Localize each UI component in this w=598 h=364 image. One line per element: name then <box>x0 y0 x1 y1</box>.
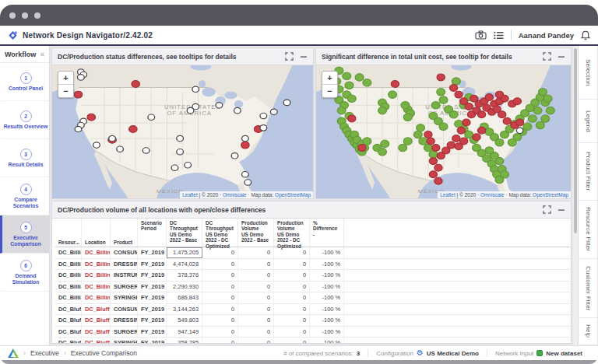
location-marker-red[interactable] <box>450 85 458 92</box>
location-marker-green[interactable] <box>343 72 351 79</box>
location-marker-red[interactable] <box>457 127 465 134</box>
location-marker-red[interactable] <box>74 91 82 98</box>
zoom-in-button[interactable]: + <box>58 72 73 85</box>
configuration-field[interactable]: Configuration ⚙ US Medical Demo <box>368 349 487 357</box>
location-marker-green[interactable] <box>429 151 438 158</box>
location-marker-green[interactable] <box>431 102 440 109</box>
location-marker-red[interactable] <box>129 126 137 133</box>
location-marker-open[interactable] <box>109 135 116 141</box>
location-marker-open[interactable] <box>231 153 238 159</box>
breadcrumb-executive[interactable]: Executive <box>30 349 59 357</box>
location-marker-green[interactable] <box>439 96 448 103</box>
location-marker-open[interactable] <box>192 103 199 109</box>
location-marker-green[interactable] <box>543 95 552 102</box>
expand-icon[interactable] <box>285 52 294 61</box>
table-row[interactable]: DC_Bluff_...DC_Bluff_...SYRINGESFY_20193… <box>55 338 571 343</box>
location-marker-open[interactable] <box>177 135 184 141</box>
location-marker-open[interactable] <box>148 114 155 120</box>
network-input-field[interactable]: Network Input New dataset <box>487 350 590 357</box>
configuration-value[interactable]: US Medical Demo <box>427 350 479 357</box>
location-marker-open[interactable] <box>142 148 150 153</box>
location-marker-red[interactable] <box>485 94 493 101</box>
location-marker-green[interactable] <box>378 148 387 155</box>
location-marker-red[interactable] <box>477 111 485 118</box>
location-marker-green[interactable] <box>539 88 547 95</box>
location-marker-red[interactable] <box>477 127 485 134</box>
location-marker-green[interactable] <box>449 111 458 118</box>
location-marker-red[interactable] <box>473 134 480 141</box>
location-marker-green[interactable] <box>452 78 460 85</box>
column-header-[interactable]: % Difference- <box>310 219 344 247</box>
location-marker-red[interactable] <box>432 145 440 152</box>
minimize-icon[interactable] <box>300 53 308 61</box>
breadcrumb-executive-comparison[interactable]: Executive Comparison <box>71 349 137 357</box>
table-row[interactable]: DC_Bluff_...DC_Bluff_...SURGERYFY_201994… <box>55 327 571 338</box>
location-marker-open[interactable] <box>75 126 82 131</box>
zoom-out-button[interactable]: − <box>322 85 337 97</box>
location-marker-open[interactable] <box>171 165 178 170</box>
sidebar-item-results-overview[interactable]: 2Results Overview <box>0 101 49 139</box>
location-marker-green[interactable] <box>508 138 516 145</box>
location-marker-red[interactable] <box>434 164 442 171</box>
location-marker-green[interactable] <box>363 79 371 86</box>
location-marker-green[interactable] <box>419 138 427 145</box>
location-marker-red[interactable] <box>348 115 356 122</box>
location-marker-open[interactable] <box>270 109 277 114</box>
location-marker-red[interactable] <box>452 135 460 142</box>
location-marker-red[interactable] <box>427 138 434 145</box>
expand-icon[interactable] <box>543 205 551 214</box>
column-header-us-demo-2022-base[interactable]: Production VolumeUS Demo 2022 - Base <box>238 219 274 247</box>
location-marker-open[interactable] <box>185 163 192 168</box>
location-marker-green[interactable] <box>403 138 412 145</box>
window-dot-2[interactable] <box>22 12 28 19</box>
location-marker-open[interactable] <box>234 107 241 113</box>
location-marker-green[interactable] <box>401 102 410 109</box>
collapse-sidebar-icon[interactable]: « <box>40 50 44 58</box>
minimize-icon[interactable] <box>558 53 565 61</box>
gear-icon[interactable]: ⚙ <box>417 349 424 357</box>
sidebar-item-control-panel[interactable]: 1Control Panel <box>0 63 49 101</box>
tab-legend[interactable]: Legend <box>579 100 597 142</box>
zoom-out-button[interactable]: − <box>58 85 73 97</box>
map-canvas-unit-cost[interactable]: UNITED STATES OF AMERICA MÉXICO + − Leaf… <box>316 65 571 198</box>
location-marker-open[interactable] <box>93 142 100 148</box>
column-header-location[interactable]: Location <box>82 219 111 247</box>
sidebar-item-result-details[interactable]: 3Result Details <box>0 139 49 177</box>
location-marker-red[interactable] <box>465 103 473 110</box>
location-marker-red[interactable] <box>358 145 366 152</box>
zoom-in-button[interactable]: + <box>322 72 337 85</box>
location-marker-open[interactable] <box>117 146 124 152</box>
location-marker-red[interactable] <box>437 74 445 81</box>
location-marker-green[interactable] <box>403 114 412 121</box>
location-marker-green[interactable] <box>501 171 509 178</box>
location-marker-green[interactable] <box>355 74 364 81</box>
table-row[interactable]: DC_Bluff_...DC_Bluff_...CONSUM...FY_2019… <box>55 304 571 316</box>
column-header-period[interactable]: ScenarioPeriod <box>138 219 167 247</box>
location-marker-green[interactable] <box>337 107 346 114</box>
expand-icon[interactable] <box>543 52 551 61</box>
location-marker-green[interactable] <box>378 107 387 114</box>
location-marker-red[interactable] <box>429 171 437 178</box>
sidebar-item-compare-scenarios[interactable]: 4Compare Scenarios <box>0 177 49 215</box>
location-marker-red[interactable] <box>132 81 139 88</box>
table-row[interactable]: DC_Billing...DC_Billing...SYRINGESFY_201… <box>55 292 571 304</box>
location-marker-red[interactable] <box>460 138 468 145</box>
minimize-icon[interactable] <box>558 206 565 214</box>
sidebar-item-executive-comparison[interactable]: 5Executive Comparison <box>0 215 49 254</box>
tab-resource-filter[interactable]: Resource Filter <box>579 201 597 260</box>
map-canvas-status[interactable]: UNITED STATES OF AMERICA MÉXICO + − Leaf… <box>52 65 313 198</box>
table-row[interactable]: DC_Billing...DC_Billing...CONSUM...FY_20… <box>55 247 571 259</box>
location-marker-open[interactable] <box>242 172 249 177</box>
table-row[interactable]: DC_Billing...DC_Billing...INSTRUM...FY_2… <box>55 270 571 282</box>
location-marker-open[interactable] <box>244 180 252 185</box>
tab-product-filter[interactable]: Product Filter <box>579 143 597 201</box>
sidebar-item-demand-simulation[interactable]: 6Demand Simulation <box>0 254 49 292</box>
location-marker-red[interactable] <box>516 119 524 126</box>
openstreetmap-link[interactable]: OpenStreetMap <box>533 192 568 198</box>
window-dot-3[interactable] <box>34 12 40 19</box>
camera-icon[interactable] <box>475 30 487 40</box>
table-row[interactable]: DC_Billing...DC_Billing...SURGERYFY_2019… <box>55 282 571 293</box>
window-dot-1[interactable] <box>9 12 16 19</box>
location-marker-green[interactable] <box>413 131 422 138</box>
location-marker-open[interactable] <box>177 149 184 154</box>
